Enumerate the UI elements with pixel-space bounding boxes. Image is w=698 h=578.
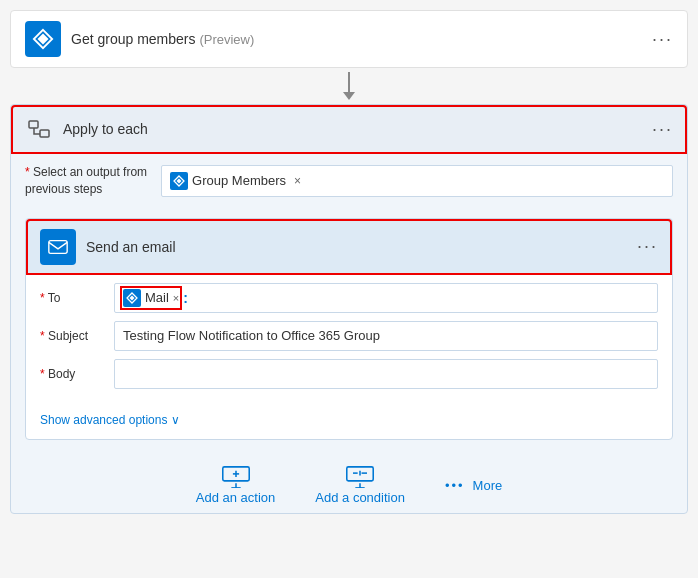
to-field-content: Mail × : <box>123 289 188 307</box>
group-members-tag-label: Group Members <box>192 173 286 188</box>
cursor-indicator: : <box>183 290 188 306</box>
apply-each-more-button[interactable]: ··· <box>652 119 673 140</box>
select-output-label: * Select an output fromprevious steps <box>25 164 147 198</box>
to-field-input[interactable]: Mail × : <box>114 283 658 313</box>
to-field-label: * To <box>40 291 100 305</box>
to-field-row: * To <box>40 283 658 313</box>
arrow-connector <box>10 68 688 104</box>
more-button[interactable]: ••• More <box>445 478 502 493</box>
arrow-head <box>343 92 355 100</box>
loop-icon <box>25 115 53 143</box>
apply-each-header-left: Apply to each <box>25 115 148 143</box>
mail-tag-icon <box>123 289 141 307</box>
show-advanced-text: Show advanced options <box>40 413 167 427</box>
subject-field-input[interactable]: Testing Flow Notification to Office 365 … <box>114 321 658 351</box>
group-members-tag: Group Members × <box>170 172 301 190</box>
get-group-members-icon <box>25 21 61 57</box>
body-field-input[interactable] <box>114 359 658 389</box>
send-email-more-button[interactable]: ··· <box>637 236 658 257</box>
group-members-tag-close[interactable]: × <box>294 174 301 188</box>
subject-field-label: * Subject <box>40 329 100 343</box>
add-condition-button[interactable]: Add a condition <box>315 466 405 505</box>
apply-each-wrapper: Apply to each ··· * Select an output fro… <box>10 104 688 514</box>
add-action-button[interactable]: Add an action <box>196 466 276 505</box>
more-label: More <box>473 478 503 493</box>
email-card-header-left: Send an email <box>40 229 176 265</box>
more-dots-icon: ••• <box>445 478 465 493</box>
add-action-label: Add an action <box>196 490 276 505</box>
send-email-header: Send an email ··· <box>26 219 672 275</box>
svg-rect-0 <box>29 121 38 128</box>
chevron-down-icon: ∨ <box>171 413 180 427</box>
email-fields: * To <box>26 275 672 405</box>
arrow-line <box>348 72 350 92</box>
bottom-actions: Add an action Add a condition ••• More <box>11 450 687 513</box>
mail-tag-label: Mail <box>145 290 169 305</box>
apply-each-inner: Send an email ··· * To <box>11 208 687 450</box>
apply-each-label: Apply to each <box>63 121 148 137</box>
send-email-title: Send an email <box>86 239 176 255</box>
svg-rect-2 <box>49 240 67 253</box>
mail-tag: Mail × <box>123 289 179 307</box>
svg-rect-1 <box>40 130 49 137</box>
add-condition-label: Add a condition <box>315 490 405 505</box>
body-field-row: * Body <box>40 359 658 389</box>
group-members-tag-container[interactable]: Group Members × <box>161 165 673 197</box>
subject-value: Testing Flow Notification to Office 365 … <box>123 328 380 343</box>
send-email-card: Send an email ··· * To <box>25 218 673 440</box>
subject-field-row: * Subject Testing Flow Notification to O… <box>40 321 658 351</box>
mail-tag-close[interactable]: × <box>173 292 179 304</box>
outlook-icon <box>40 229 76 265</box>
show-advanced-options[interactable]: Show advanced options ∨ <box>26 405 672 439</box>
top-card-title: Get group members (Preview) <box>71 31 254 47</box>
get-group-members-card: Get group members (Preview) ··· <box>10 10 688 68</box>
apply-each-header: Apply to each ··· <box>11 105 687 154</box>
group-members-tag-icon <box>170 172 188 190</box>
body-field-label: * Body <box>40 367 100 381</box>
select-output-row: * Select an output fromprevious steps Gr… <box>11 154 687 208</box>
arrow-down <box>343 72 355 100</box>
top-card-left: Get group members (Preview) <box>25 21 254 57</box>
top-card-more-button[interactable]: ··· <box>652 29 673 50</box>
